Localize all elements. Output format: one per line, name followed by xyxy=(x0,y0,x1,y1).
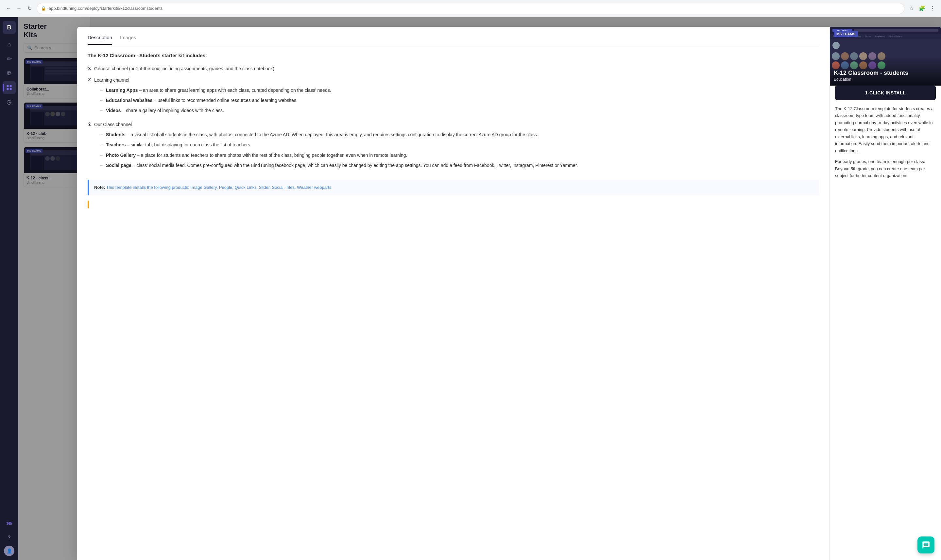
sidebar-item-edit[interactable]: ✏ xyxy=(3,52,16,65)
description-intro: The K-12 Classroom - Students starter ki… xyxy=(88,52,819,60)
extensions-button[interactable]: 🧩 xyxy=(918,4,927,13)
sub-item-teachers: → Teachers – similar tab, but displaying… xyxy=(94,141,578,149)
content-area: StarterKits 🔍 Search s... MS TEAMS xyxy=(18,17,941,560)
bullet-icon-3: ⦿ xyxy=(88,122,91,128)
list-item-learning: ⦿ Learning channel → Learning Apps – an … xyxy=(88,77,819,117)
social-text: – class' social media feed. Comes pre-co… xyxy=(133,163,578,168)
list-item: ⦿ General channel (out-of-the-box, inclu… xyxy=(88,65,819,72)
note-link[interactable]: This template installs the following pro… xyxy=(106,185,332,190)
sub-arrow-photo: → xyxy=(99,152,103,159)
sub-arrow-icon: → xyxy=(99,87,103,94)
kit-desc-text: The K-12 Classroom template for students… xyxy=(830,105,941,188)
sidebar-logo[interactable]: B xyxy=(3,21,16,34)
modal-sidebar: MS TEAMS Our class Posts Files Notes Stu… xyxy=(830,27,941,560)
learning-apps-bold: Learning Apps xyxy=(106,88,138,93)
educational-bold: Educational websites xyxy=(106,98,152,103)
tab-description[interactable]: Description xyxy=(88,35,112,45)
sidebar-item-layers[interactable]: ⧉ xyxy=(3,67,16,80)
chat-icon xyxy=(922,541,930,549)
students-text: – a visual list of all students in the c… xyxy=(127,132,538,137)
videos-text: – share a gallery of inspiring videos wi… xyxy=(122,108,224,113)
learning-channel-label: Learning channel xyxy=(94,77,129,83)
photo-gallery-bold: Photo Gallery xyxy=(106,152,136,158)
sidebar-item-apps[interactable] xyxy=(3,81,16,94)
modal: × Description Images The K-12 Classroom … xyxy=(77,27,941,560)
svg-rect-0 xyxy=(7,85,9,87)
teachers-text: – similar tab, but displaying for each c… xyxy=(127,142,251,147)
sub-item-videos: → Videos – share a gallery of inspiring … xyxy=(94,107,331,114)
sub-item-social: → Social page – class' social media feed… xyxy=(94,162,578,169)
sidebar-item-m365[interactable]: 365 xyxy=(3,517,16,530)
sub-arrow-icon-3: → xyxy=(99,108,103,114)
sub-item-photo-gallery: → Photo Gallery – a place for students a… xyxy=(94,152,578,159)
sub-item-students: → Students – a visual list of all studen… xyxy=(94,131,578,138)
photo-gallery-text: – a place for students and teachers to s… xyxy=(137,152,407,158)
note-box: Note: This template installs the followi… xyxy=(88,180,819,196)
modal-description: Description Images The K-12 Classroom - … xyxy=(77,27,830,560)
item-text: General channel (out-of-the-box, includi… xyxy=(94,65,274,72)
url-text: app.bindtuning.com/deploy/starterkits/k1… xyxy=(49,6,162,11)
students-bold: Students xyxy=(106,132,125,137)
ourclass-sub-list: → Students – a visual list of all studen… xyxy=(94,131,578,169)
nav-buttons: ← → ↻ xyxy=(4,4,34,13)
chat-button[interactable] xyxy=(918,537,935,554)
svg-rect-1 xyxy=(10,85,12,87)
kit-preview-title: K-12 Classroom - students xyxy=(834,69,937,77)
modal-tabs: Description Images xyxy=(88,35,819,45)
list-item-ourclass: ⦿ Our Class channel → Students – a visua… xyxy=(88,121,819,172)
sidebar: B ⌂ ✏ ⧉ ◷ 365 ? 👤 xyxy=(0,17,18,560)
back-button[interactable]: ← xyxy=(4,4,13,13)
kit-desc-para-2: For early grades, one team is enough per… xyxy=(835,158,936,179)
videos-bold: Videos xyxy=(106,108,121,113)
sub-arrow-teachers: → xyxy=(99,142,103,149)
modal-body: Description Images The K-12 Classroom - … xyxy=(77,27,941,560)
browser-actions: ☆ 🧩 ⋮ xyxy=(907,4,937,13)
address-bar[interactable]: 🔒 app.bindtuning.com/deploy/starterkits/… xyxy=(37,3,904,14)
sub-arrow-icon-2: → xyxy=(99,97,103,104)
avatar[interactable]: 👤 xyxy=(4,546,14,556)
refresh-button[interactable]: ↻ xyxy=(25,4,34,13)
note-label: Note: xyxy=(94,185,105,190)
sub-item-educational: → Educational websites – useful links to… xyxy=(94,97,331,104)
social-bold: Social page xyxy=(106,163,131,168)
sub-item-learning-apps: → Learning Apps – an area to share great… xyxy=(94,86,331,94)
learning-apps-text: – an area to share great learning apps w… xyxy=(139,88,331,93)
browser-chrome: ← → ↻ 🔒 app.bindtuning.com/deploy/starte… xyxy=(0,0,941,17)
ourclass-label: Our Class channel xyxy=(94,122,132,127)
bullet-icon-2: ⦿ xyxy=(88,77,91,84)
install-button[interactable]: 1-CLICK INSTALL xyxy=(835,86,936,100)
progress-indicator xyxy=(88,201,89,208)
svg-rect-2 xyxy=(7,88,9,90)
sidebar-item-history[interactable]: ◷ xyxy=(3,95,16,108)
kit-desc-para-1: The K-12 Classroom template for students… xyxy=(835,105,936,154)
kit-badge: MS TEAMS xyxy=(834,31,858,37)
sub-arrow-students: → xyxy=(99,132,103,138)
kit-preview-info: K-12 Classroom - students Education xyxy=(834,69,937,82)
sidebar-item-help[interactable]: ? xyxy=(3,531,16,544)
educational-text: – useful links to recommended online res… xyxy=(154,98,298,103)
bookmark-button[interactable]: ☆ xyxy=(907,4,916,13)
sidebar-bottom: 365 ? 👤 xyxy=(3,517,16,556)
app-container: B ⌂ ✏ ⧉ ◷ 365 ? 👤 StarterKits 🔍 Search s… xyxy=(0,17,941,560)
svg-rect-3 xyxy=(10,88,12,90)
sub-arrow-social: → xyxy=(99,162,103,169)
kit-preview: MS TEAMS Our class Posts Files Notes Stu… xyxy=(830,27,941,86)
tab-images[interactable]: Images xyxy=(120,35,136,45)
bullet-icon: ⦿ xyxy=(88,66,91,72)
learning-sub-list: → Learning Apps – an area to share great… xyxy=(94,86,331,114)
teachers-bold: Teachers xyxy=(106,142,125,147)
description-list: ⦿ General channel (out-of-the-box, inclu… xyxy=(88,65,819,172)
menu-button[interactable]: ⋮ xyxy=(928,4,937,13)
kit-preview-category: Education xyxy=(834,77,937,82)
sidebar-item-home[interactable]: ⌂ xyxy=(3,38,16,51)
description-content: The K-12 Classroom - Students starter ki… xyxy=(88,52,819,208)
forward-button[interactable]: → xyxy=(14,4,23,13)
